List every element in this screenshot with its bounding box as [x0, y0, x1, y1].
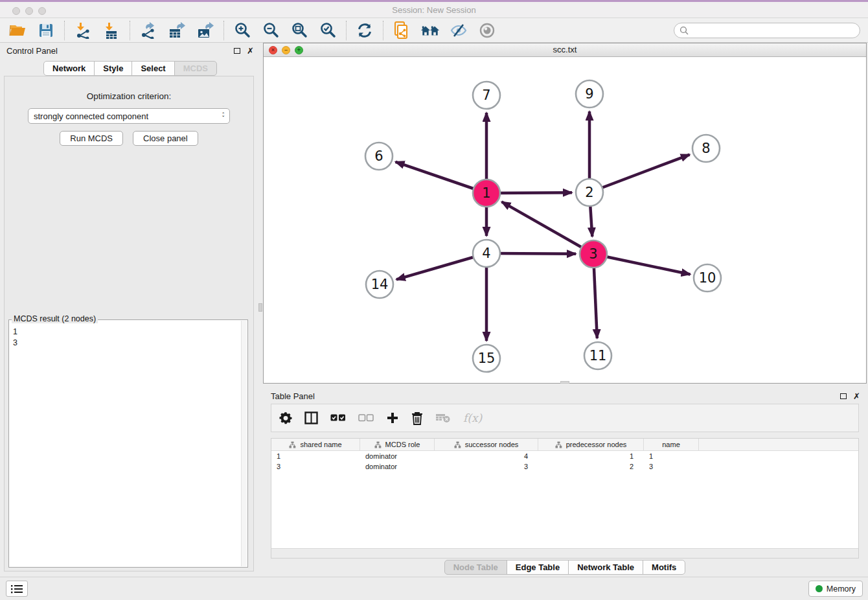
zoom-selected-icon[interactable]: [318, 21, 337, 40]
network-resize-handle[interactable]: [560, 381, 569, 384]
tab-style[interactable]: Style: [94, 61, 132, 76]
network-close-icon[interactable]: ×: [269, 46, 277, 54]
mcds-result-title: MCDS result (2 nodes): [12, 314, 98, 323]
node-label-8: 8: [702, 141, 710, 156]
cell-shared-name[interactable]: 3: [271, 463, 360, 470]
toolbar-separator: [346, 21, 347, 40]
add-column-icon[interactable]: [386, 410, 399, 426]
cell-MCDS-role[interactable]: dominator: [360, 452, 435, 460]
node-label-15: 15: [478, 351, 496, 366]
new-network-from-selection-icon[interactable]: [392, 21, 411, 40]
result-line: 3: [13, 338, 244, 349]
tab-select[interactable]: Select: [131, 61, 174, 76]
tab-network-table[interactable]: Network Table: [568, 560, 643, 575]
show-graphics-details-icon[interactable]: [477, 21, 497, 40]
delete-icon[interactable]: [411, 410, 423, 426]
toolbar-separator: [223, 21, 224, 40]
run-mcds-button[interactable]: Run MCDS: [60, 131, 123, 146]
node-label-6: 6: [374, 148, 383, 164]
toolbar-separator: [383, 21, 383, 40]
open-file-icon[interactable]: [8, 21, 27, 40]
import-table-icon[interactable]: [102, 21, 121, 40]
tab-mcds[interactable]: MCDS: [174, 61, 217, 76]
close-window-icon[interactable]: [12, 7, 20, 15]
control-panel: Control Panel ✗ NetworkStyleSelectMCDS O…: [0, 43, 260, 577]
function-builder-icon: f(x): [463, 411, 482, 424]
cell-predecessor-nodes[interactable]: 2: [538, 463, 644, 470]
main-toolbar: [0, 18, 868, 43]
table-row[interactable]: 3dominator323: [271, 461, 858, 472]
edge-3-10[interactable]: [593, 254, 691, 274]
panel-splitter-handle[interactable]: [258, 303, 262, 312]
table-tabs: Node TableEdge TableNetwork TableMotifs: [263, 560, 867, 575]
cell-name[interactable]: 3: [644, 463, 699, 470]
network-window-titlebar[interactable]: × – + scc.txt: [264, 43, 866, 57]
columns-icon[interactable]: [304, 410, 318, 426]
column-header-name[interactable]: name: [644, 439, 699, 450]
column-header-MCDS-role[interactable]: MCDS role: [360, 439, 435, 450]
close-table-panel-icon[interactable]: ✗: [853, 392, 860, 400]
table-header-row: shared nameMCDS rolesuccessor nodesprede…: [271, 439, 858, 451]
zoom-in-icon[interactable]: [233, 21, 252, 40]
export-table-icon[interactable]: [167, 21, 187, 40]
close-panel-icon[interactable]: ✗: [247, 47, 254, 55]
hide-graphics-details-icon[interactable]: [449, 21, 468, 40]
float-table-panel-icon[interactable]: [840, 393, 847, 399]
save-session-icon[interactable]: [36, 21, 56, 40]
toolbar-separator: [130, 21, 130, 40]
column-header-shared-name[interactable]: shared name: [271, 439, 360, 450]
cell-successor-nodes[interactable]: 3: [435, 463, 538, 470]
cell-name[interactable]: 1: [644, 452, 699, 460]
zoom-fit-icon[interactable]: [290, 21, 309, 40]
cell-MCDS-role[interactable]: dominator: [360, 463, 435, 470]
optimization-criterion-select[interactable]: strongly connected component ˆˇ: [28, 108, 230, 124]
network-canvas[interactable]: 7968124314101511: [264, 57, 866, 383]
import-network-icon[interactable]: [73, 21, 93, 40]
minimize-window-icon[interactable]: [25, 7, 33, 15]
close-panel-button[interactable]: Close panel: [133, 131, 198, 146]
dropdown-value: strongly connected component: [34, 111, 148, 121]
search-icon: [680, 26, 689, 35]
network-minimize-icon[interactable]: –: [282, 46, 290, 54]
search-input[interactable]: [692, 26, 854, 35]
status-bar: Memory: [0, 577, 868, 600]
memory-label: Memory: [827, 584, 856, 594]
home-layout-icon[interactable]: [420, 21, 440, 40]
zoom-out-icon[interactable]: [261, 21, 280, 40]
cell-successor-nodes[interactable]: 4: [435, 452, 538, 460]
cell-shared-name[interactable]: 1: [271, 452, 360, 460]
node-label-14: 14: [371, 277, 389, 292]
network-maximize-icon[interactable]: +: [295, 46, 303, 54]
column-header-successor-nodes[interactable]: successor nodes: [435, 439, 538, 450]
gear-icon[interactable]: [279, 410, 292, 426]
tree-column-icon: [374, 441, 382, 448]
edge-3-1[interactable]: [501, 202, 593, 254]
table-hscrollbar[interactable]: [271, 548, 858, 558]
control-panel-title: Control Panel: [6, 46, 58, 56]
column-header-predecessor-nodes[interactable]: predecessor nodes: [538, 439, 644, 450]
float-panel-icon[interactable]: [234, 48, 240, 54]
node-label-9: 9: [585, 86, 593, 102]
memory-button[interactable]: Memory: [808, 581, 863, 597]
tab-network[interactable]: Network: [43, 61, 95, 76]
export-image-icon[interactable]: [196, 21, 215, 40]
refresh-layout-icon[interactable]: [355, 21, 374, 40]
tab-motifs[interactable]: Motifs: [643, 560, 685, 575]
delete-table-icon[interactable]: [435, 410, 451, 426]
node-label-2: 2: [585, 185, 593, 200]
export-network-icon[interactable]: [139, 21, 158, 40]
select-all-icon[interactable]: [330, 410, 346, 426]
cell-predecessor-nodes[interactable]: 1: [538, 452, 644, 460]
mcds-tab-content: Optimization criterion: strongly connect…: [4, 76, 254, 571]
tab-node-table[interactable]: Node Table: [444, 560, 507, 575]
tab-edge-table[interactable]: Edge Table: [507, 560, 569, 575]
deselect-all-icon[interactable]: [358, 410, 374, 426]
task-history-button[interactable]: [6, 581, 28, 597]
edge-2-8[interactable]: [589, 155, 690, 192]
result-scrollbar[interactable]: [241, 321, 247, 566]
search-field[interactable]: [674, 23, 860, 38]
tree-column-icon: [555, 441, 562, 448]
table-row[interactable]: 1dominator411: [271, 451, 858, 461]
zoom-window-icon[interactable]: [38, 7, 46, 15]
network-graph[interactable]: 7968124314101511: [264, 57, 866, 383]
